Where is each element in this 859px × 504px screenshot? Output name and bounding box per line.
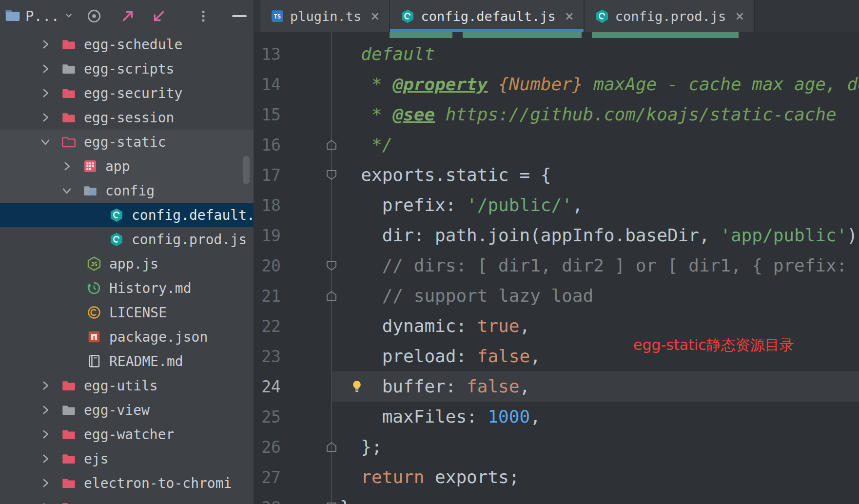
- tree-item-label: egg-static: [84, 134, 166, 150]
- egg-file-icon: [400, 8, 415, 24]
- editor-pane[interactable]: 13 default14 * @property {Number} maxAge…: [254, 32, 859, 504]
- egg-file-icon: [108, 231, 125, 248]
- config-folder-icon: [82, 182, 98, 199]
- tree-item-package.json[interactable]: package.json: [0, 325, 254, 349]
- chevron-right-icon[interactable]: [59, 159, 74, 174]
- collapse-diagonal-icon[interactable]: [151, 8, 167, 24]
- chevron-right-icon[interactable]: [38, 61, 53, 76]
- tab-plugin.ts[interactable]: TSplugin.ts×: [260, 0, 390, 32]
- tree-item-README.md[interactable]: README.md: [0, 349, 254, 373]
- line-number: 28: [254, 498, 332, 504]
- tree-item-egg-security[interactable]: egg-security: [0, 81, 254, 105]
- tree-item-label: app: [105, 158, 130, 174]
- code-text: prefix: '/public/',: [332, 190, 583, 220]
- tree-item-ejs[interactable]: ejs: [0, 446, 254, 471]
- tab-config.default.js[interactable]: config.default.js×: [390, 0, 584, 32]
- tree-item-egg-session[interactable]: egg-session: [0, 105, 254, 130]
- line-number: 27: [254, 468, 332, 487]
- project-selector[interactable]: P...: [4, 6, 74, 26]
- code-line-21[interactable]: 21 // support lazy load: [254, 281, 859, 311]
- tree-item-egg-schedule[interactable]: egg-schedule: [0, 32, 254, 57]
- folder-icon: [60, 499, 77, 504]
- minimize-icon[interactable]: [232, 15, 247, 17]
- code-line-15[interactable]: 15 * @see https://github.com/koajs/stati…: [254, 99, 859, 130]
- folder-icon: [60, 36, 77, 53]
- code-line-28[interactable]: 28};: [254, 492, 859, 504]
- tree-item-egg-utils[interactable]: egg-utils: [0, 373, 254, 398]
- app-module-icon: [82, 158, 98, 174]
- code-lines: 13 default14 * @property {Number} maxAge…: [254, 39, 859, 504]
- tree-item-label: config.default.js: [132, 207, 254, 223]
- tree-item-label: LICENSE: [109, 305, 167, 321]
- code-text: */: [332, 130, 392, 160]
- chevron-right-icon[interactable]: [38, 500, 53, 504]
- chevron-down-icon[interactable]: [59, 183, 74, 198]
- code-line-14[interactable]: 14 * @property {Number} maxAge - cache m…: [254, 69, 859, 99]
- chevron-right-icon[interactable]: [38, 378, 53, 393]
- tree-item-History.md[interactable]: History.md: [0, 276, 254, 300]
- line-number: 17: [254, 166, 332, 185]
- tree-item-app.js[interactable]: JSapp.js: [0, 252, 254, 276]
- tree-item-egg-watcher[interactable]: egg-watcher: [0, 422, 254, 446]
- egg-file-icon: [594, 8, 610, 24]
- chevron-right-icon[interactable]: [38, 110, 53, 125]
- tree-item-config.default.js[interactable]: config.default.js: [0, 203, 254, 227]
- tree-item-label: egg-view: [84, 402, 150, 418]
- chevron-right-icon[interactable]: [38, 476, 53, 490]
- code-line-25[interactable]: 25 maxFiles: 1000,: [254, 402, 859, 432]
- code-line-19[interactable]: 19 dir: path.join(appInfo.baseDir, 'app/…: [254, 220, 859, 251]
- code-line-24[interactable]: 24 buffer: false,: [254, 371, 859, 402]
- code-text: return exports;: [332, 462, 519, 492]
- code-line-17[interactable]: 17 exports.static = {: [254, 160, 859, 190]
- line-number: 18: [254, 196, 332, 215]
- folder-icon: [60, 377, 77, 394]
- code-line-20[interactable]: 20 // dirs: [ dir1, dir2 ] or [ dir1, { …: [254, 251, 859, 281]
- expand-diagonal-icon[interactable]: [119, 8, 136, 24]
- code-line-27[interactable]: 27 return exports;: [254, 462, 859, 492]
- more-options-icon[interactable]: [196, 9, 211, 23]
- tree-item-config[interactable]: config: [0, 178, 254, 203]
- main-toolbar: P...: [0, 0, 254, 32]
- line-number: 23: [254, 347, 332, 366]
- tree-item-app[interactable]: app: [0, 154, 254, 178]
- tree-scrollbar[interactable]: [243, 156, 250, 184]
- code-text: };: [332, 432, 382, 462]
- code-line-16[interactable]: 16 */: [254, 130, 859, 160]
- package-json-icon: [86, 329, 102, 345]
- tree-item-LICENSE[interactable]: LICENSE: [0, 300, 254, 325]
- target-icon[interactable]: [86, 8, 102, 24]
- code-text: default: [332, 39, 435, 69]
- chevron-down-icon[interactable]: [38, 135, 53, 149]
- tree-item-label: egg-watcher: [84, 426, 174, 443]
- chevron-right-icon[interactable]: [38, 427, 53, 442]
- chevron-right-icon[interactable]: [38, 37, 53, 52]
- tree-item-label: app.js: [109, 256, 158, 272]
- close-icon[interactable]: ×: [565, 9, 574, 23]
- tree-item-egg-view[interactable]: egg-view: [0, 398, 254, 422]
- close-icon[interactable]: ×: [371, 9, 379, 23]
- tree-item-egg-scripts[interactable]: egg-scripts: [0, 57, 254, 81]
- project-tree: egg-scheduleegg-scriptsegg-securityegg-s…: [0, 32, 254, 504]
- code-line-26[interactable]: 26 };: [254, 432, 859, 462]
- tree-item-partial[interactable]: [0, 495, 254, 504]
- chevron-right-icon[interactable]: [38, 451, 53, 466]
- line-number: 25: [254, 407, 332, 426]
- tree-item-config.prod.js[interactable]: config.prod.js: [0, 227, 254, 252]
- code-text: // support lazy load: [332, 281, 593, 311]
- tab-config.prod.js[interactable]: config.prod.js×: [585, 0, 755, 32]
- project-name: P...: [25, 8, 59, 24]
- tree-item-egg-static[interactable]: egg-static: [0, 130, 254, 154]
- chevron-right-icon[interactable]: [38, 403, 53, 417]
- line-number: 15: [254, 105, 332, 124]
- code-line-18[interactable]: 18 prefix: '/public/',: [254, 190, 859, 220]
- chevron-right-icon[interactable]: [38, 86, 53, 100]
- folder-icon: [60, 109, 77, 126]
- tree-item-label: electron-to-chromi: [84, 475, 232, 491]
- tree-item-electron-to-chromi[interactable]: electron-to-chromi: [0, 471, 254, 495]
- line-number: 19: [254, 226, 332, 245]
- code-text: dir: path.join(appInfo.baseDir, 'app/pub…: [332, 220, 859, 251]
- code-text: buffer: false,: [332, 371, 530, 402]
- code-line-13[interactable]: 13 default: [254, 39, 859, 69]
- close-icon[interactable]: ×: [735, 9, 744, 23]
- line-number: 22: [254, 317, 332, 336]
